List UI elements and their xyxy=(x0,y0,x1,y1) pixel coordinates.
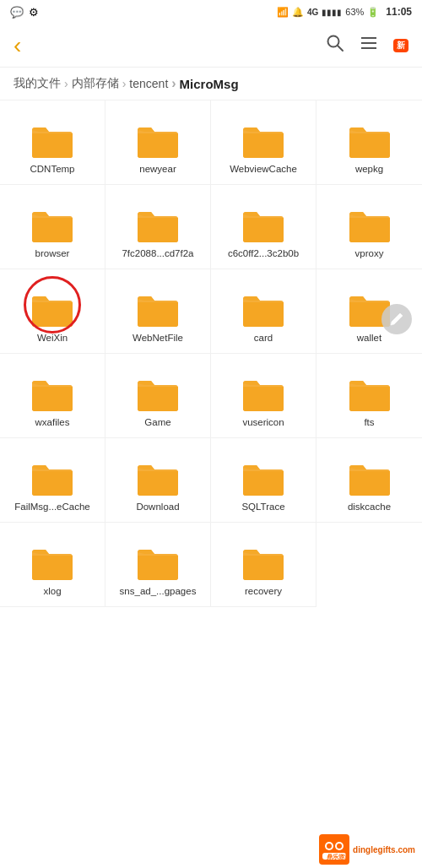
time: 11:05 xyxy=(386,6,412,18)
file-name-label: wepkg xyxy=(355,164,383,176)
file-grid: CDNTemp newyear WebviewCache wepkg brows… xyxy=(0,100,422,607)
list-item[interactable]: WebNetFile xyxy=(106,269,211,354)
file-name-label: WebviewCache xyxy=(230,164,297,176)
list-item[interactable]: wepkg xyxy=(316,100,422,185)
nav-bar: ‹ 新 xyxy=(0,24,422,68)
wifi-icon: 🔔 xyxy=(292,7,304,18)
status-bar: 💬 ⚙ 📶 🔔 4G ▮▮▮▮ 63% 🔋 11:05 xyxy=(0,0,422,24)
folder-icon xyxy=(136,375,180,412)
folder-icon xyxy=(241,290,285,328)
folder-icon xyxy=(136,122,180,159)
breadcrumb: 我的文件 › 内部存储 › tencent › MicroMsg xyxy=(0,68,422,100)
file-name-label: xlog xyxy=(43,586,61,598)
file-name-label: diskcache xyxy=(348,502,391,513)
svg-rect-5 xyxy=(319,834,349,865)
breadcrumb-sep-0: › xyxy=(64,77,68,90)
back-button[interactable]: ‹ xyxy=(14,32,21,59)
file-name-label: CDNTemp xyxy=(30,164,74,176)
file-name-label: WebNetFile xyxy=(133,333,183,344)
watermark: 鼎乐游戏 dinglegifts.com xyxy=(312,831,422,868)
list-item[interactable]: 7fc2088...cd7f2a xyxy=(106,185,211,269)
list-item[interactable]: CDNTemp xyxy=(0,100,106,185)
folder-icon xyxy=(348,206,392,243)
file-name-label: wxafiles xyxy=(35,417,70,429)
file-name-label: newyear xyxy=(139,164,176,176)
list-item[interactable]: fts xyxy=(316,354,422,438)
breadcrumb-sep-1: › xyxy=(122,77,127,90)
list-item[interactable]: WeiXin xyxy=(0,269,106,354)
watermark-logo: 鼎乐游戏 xyxy=(319,834,349,865)
new-badge[interactable]: 新 xyxy=(393,39,408,52)
list-item[interactable]: c6c0ff2...3c2b0b xyxy=(211,185,316,269)
folder-icon xyxy=(136,206,180,243)
svg-text:鼎乐游戏: 鼎乐游戏 xyxy=(327,853,349,860)
list-item[interactable]: recovery xyxy=(211,523,316,607)
file-name-label: recovery xyxy=(245,586,282,598)
file-name-label: 7fc2088...cd7f2a xyxy=(122,248,193,260)
file-name-label: c6c0ff2...3c2b0b xyxy=(228,248,299,260)
list-item[interactable]: Download xyxy=(106,438,211,523)
folder-icon xyxy=(241,122,285,159)
folder-icon xyxy=(136,544,180,581)
list-item[interactable]: diskcache xyxy=(316,438,422,523)
list-item[interactable]: browser xyxy=(0,185,106,269)
folder-icon xyxy=(241,544,285,581)
signal-bars: ▮▮▮▮ xyxy=(322,8,342,17)
status-right-info: 📶 🔔 4G ▮▮▮▮ 63% 🔋 11:05 xyxy=(277,6,412,18)
file-name-label: browser xyxy=(35,248,70,260)
file-name-label: WeiXin xyxy=(37,333,68,344)
file-name-label: Download xyxy=(136,502,179,513)
nav-right: 新 xyxy=(326,34,408,57)
list-button[interactable] xyxy=(360,34,378,57)
nav-left: ‹ xyxy=(14,32,21,59)
watermark-text: dinglegifts.com xyxy=(353,845,415,854)
list-item[interactable]: sns_ad_...gpages xyxy=(106,523,211,607)
breadcrumb-item-2[interactable]: tencent xyxy=(129,77,168,90)
folder-icon xyxy=(136,290,180,328)
list-item[interactable]: xlog xyxy=(0,523,106,607)
breadcrumb-item-0[interactable]: 我的文件 xyxy=(14,76,61,91)
list-item[interactable]: card xyxy=(211,269,316,354)
file-name-label: card xyxy=(254,333,273,344)
list-item[interactable]: FailMsg...eCache xyxy=(0,438,106,523)
file-name-label: vproxy xyxy=(355,248,384,260)
folder-icon xyxy=(30,122,74,159)
breadcrumb-item-1[interactable]: 内部存储 xyxy=(72,76,119,91)
list-item[interactable]: vproxy xyxy=(316,185,422,269)
folder-icon xyxy=(30,206,74,243)
file-name-label: FailMsg...eCache xyxy=(14,502,89,513)
signal-icon: 📶 xyxy=(277,7,289,18)
list-item[interactable]: vusericon xyxy=(211,354,316,438)
folder-icon xyxy=(30,290,74,328)
file-name-label: fts xyxy=(364,417,374,429)
file-name-label: SQLTrace xyxy=(241,502,284,513)
edit-fab[interactable] xyxy=(381,304,412,334)
signal-4g: 4G xyxy=(307,8,318,17)
folder-icon xyxy=(241,206,285,243)
folder-icon xyxy=(348,459,392,496)
svg-point-9 xyxy=(337,844,342,849)
list-item[interactable]: wxafiles xyxy=(0,354,106,438)
chat-icon: 💬 xyxy=(10,6,24,19)
folder-icon xyxy=(348,122,392,159)
list-item[interactable]: newyear xyxy=(106,100,211,185)
file-name-label: vusericon xyxy=(242,417,284,429)
file-name-label: wallet xyxy=(357,333,381,344)
battery-icon: 🔋 xyxy=(367,7,379,18)
search-button[interactable] xyxy=(326,34,344,57)
file-name-label: sns_ad_...gpages xyxy=(120,586,197,598)
breadcrumb-sep-2: › xyxy=(171,76,176,91)
folder-icon xyxy=(348,375,392,412)
folder-icon xyxy=(30,375,74,412)
folder-icon xyxy=(136,459,180,496)
svg-point-8 xyxy=(327,844,332,849)
folder-icon xyxy=(241,459,285,496)
folder-icon xyxy=(30,544,74,581)
folder-icon xyxy=(30,459,74,496)
status-left-icons: 💬 ⚙ xyxy=(10,6,39,19)
list-item[interactable]: Game xyxy=(106,354,211,438)
list-item[interactable]: WebviewCache xyxy=(211,100,316,185)
settings-icon: ⚙ xyxy=(29,6,39,19)
breadcrumb-current: MicroMsg xyxy=(180,77,239,91)
list-item[interactable]: SQLTrace xyxy=(211,438,316,523)
